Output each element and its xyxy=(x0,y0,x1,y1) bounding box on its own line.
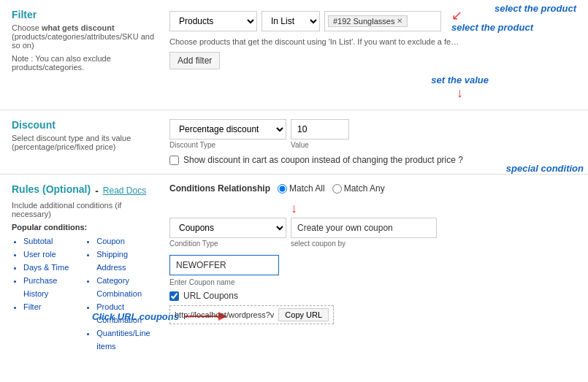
condition-type-select[interactable]: Coupons Cart Total User Role Shipping Ad… xyxy=(169,218,286,238)
cond-days-time[interactable]: Days & Time xyxy=(23,261,73,274)
discount-section: Discount Select discount type and its va… xyxy=(0,110,588,175)
discount-value-input[interactable] xyxy=(291,119,349,140)
rules-right-panel: special condition Conditions Relationshi… xyxy=(169,183,576,353)
left-conditions-list: Subtotal User role Days & Time Purchase … xyxy=(12,234,73,353)
select-product-annotation: select the product xyxy=(495,3,576,14)
tag-close-icon[interactable]: ✕ xyxy=(397,17,402,25)
cond-payment-method[interactable]: Filter xyxy=(23,300,73,313)
rules-section: Rules (Optional) - Read Docs Include add… xyxy=(0,175,588,332)
filter-hint: Choose products that get the discount us… xyxy=(169,37,462,46)
discount-value-label: Value xyxy=(291,141,349,149)
match-all-radio[interactable] xyxy=(278,184,287,194)
filter-desc: Choose what gets discount (products/cate… xyxy=(12,23,158,50)
match-all-label[interactable]: Match All xyxy=(278,183,325,194)
discount-row: Percentage discount Fixed discount Fixed… xyxy=(169,119,576,149)
cond-category-combination[interactable]: CategoryCombination xyxy=(96,274,158,300)
discount-title: Discount xyxy=(12,119,158,131)
add-filter-button[interactable]: Add filter xyxy=(169,52,220,69)
popular-conditions-label: Popular conditions: xyxy=(12,223,158,232)
product-tag[interactable]: #192 Sunglasses ✕ xyxy=(328,15,408,27)
cond-user-role[interactable]: User role xyxy=(23,248,73,261)
conditions-relationship-row: Conditions Relationship Match All Match … xyxy=(169,183,576,194)
filter-title: Filter xyxy=(12,9,158,20)
create-coupon-group: ↓ Create your own coupon select coupon b… xyxy=(291,201,437,248)
filter-right-panel: select the product Products Categories A… xyxy=(169,9,576,72)
cond-quantities[interactable]: Quantities/Line items xyxy=(96,326,158,353)
url-coupons-row: URL Coupons xyxy=(169,291,576,301)
url-row: http://localhost/wordpress?v Copy URL xyxy=(169,305,334,324)
select-coupon-by-label: select coupon by xyxy=(291,240,437,248)
coupon-name-section: Enter Coupon name xyxy=(169,255,576,286)
rules-left-panel: Rules (Optional) - Read Docs Include add… xyxy=(12,183,158,353)
discount-value-group: Value xyxy=(291,119,349,149)
filter-section: Filter Choose what gets discount (produc… xyxy=(0,0,588,110)
url-text: http://localhost/wordpress?v xyxy=(175,310,274,319)
show-in-cart-checkbox[interactable] xyxy=(169,156,179,165)
url-coupons-label[interactable]: URL Coupons xyxy=(183,291,238,301)
filter-left-panel: Filter Choose what gets discount (produc… xyxy=(12,9,158,72)
rules-title: Rules (Optional) xyxy=(12,183,91,195)
cond-purchase-history[interactable]: Purchase History xyxy=(23,274,73,300)
condition-type-label: Condition Type xyxy=(169,240,286,248)
discount-type-group: Percentage discount Fixed discount Fixed… xyxy=(169,119,286,149)
discount-left-panel: Discount Select discount type and its va… xyxy=(12,119,158,165)
coupon-name-input[interactable] xyxy=(169,255,279,275)
match-any-label[interactable]: Match Any xyxy=(332,183,385,194)
cond-subtotal[interactable]: Subtotal xyxy=(23,234,73,248)
discount-type-label: Discount Type xyxy=(169,141,286,149)
discount-right-panel: Percentage discount Fixed discount Fixed… xyxy=(169,119,576,165)
condition-type-group: Coupons Cart Total User Role Shipping Ad… xyxy=(169,218,286,248)
show-in-cart-label[interactable]: Show discount in cart as coupon instead … xyxy=(183,155,463,165)
tag-container: #192 Sunglasses ✕ xyxy=(324,11,441,31)
rules-desc: Include additional conditions (if necess… xyxy=(12,201,158,218)
discount-type-select[interactable]: Percentage discount Fixed discount Fixed… xyxy=(169,119,286,140)
enter-coupon-label: Enter Coupon name xyxy=(169,278,576,286)
match-any-radio[interactable] xyxy=(332,184,342,194)
right-conditions-list: Coupon Shipping Address CategoryCombinat… xyxy=(85,234,158,353)
select-product-label: select the product xyxy=(451,22,533,33)
filter-type-select[interactable]: Products Categories Attributes SKU xyxy=(169,11,257,31)
click-url-annotation: Click URL coupons xyxy=(92,311,179,322)
cond-shipping-address[interactable]: Shipping Address xyxy=(96,248,158,274)
discount-desc: Select discount type and its value (perc… xyxy=(12,134,158,151)
set-value-annotation: set the value xyxy=(431,75,489,85)
conditions-columns: Subtotal User role Days & Time Purchase … xyxy=(12,234,158,353)
filter-list-select[interactable]: In List Not In List xyxy=(261,11,320,31)
tag-value: #192 Sunglasses xyxy=(333,17,394,26)
cond-coupon[interactable]: Coupon xyxy=(96,234,158,248)
condition-type-row: Coupons Cart Total User Role Shipping Ad… xyxy=(169,201,576,248)
read-docs-link[interactable]: Read Docs xyxy=(103,186,146,196)
rules-title-row: Rules (Optional) - Read Docs xyxy=(12,183,158,198)
url-coupons-checkbox[interactable] xyxy=(169,291,179,301)
special-condition-annotation: special condition xyxy=(506,163,584,174)
cr-label: Conditions Relationship xyxy=(169,183,270,194)
create-own-coupon-field: Create your own coupon xyxy=(291,218,437,238)
filter-note: Note : You can also exclude products/cat… xyxy=(12,54,158,72)
copy-url-button[interactable]: Copy URL xyxy=(278,308,329,321)
